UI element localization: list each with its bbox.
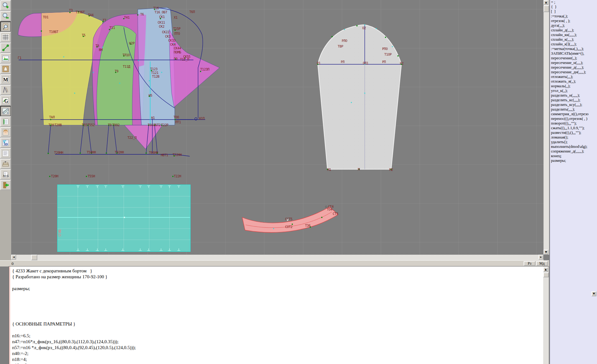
- zoom-out-tool-button[interactable]: [0, 11, 11, 21]
- point-label: Т992: [112, 123, 119, 127]
- command-item[interactable]: сжать((),,,1.1,0.9,"");: [550, 126, 597, 130]
- command-item[interactable]: симметрия_л((),отрезо: [550, 112, 597, 116]
- books-tool-button[interactable]: [0, 159, 11, 169]
- command-item[interactable]: поворот((),,,"");: [550, 121, 597, 126]
- letter-m-tool-button[interactable]: M: [0, 74, 11, 84]
- point-label: Т123П: [200, 67, 209, 71]
- alg-document-tool-button[interactable]: ALG: [0, 169, 11, 180]
- text-list-tool-button[interactable]: [0, 148, 11, 158]
- measure-tool-button[interactable]: [0, 43, 11, 53]
- canvas-vertical-scrollbar[interactable]: ▲ ▼: [544, 0, 549, 255]
- letter-g-tool-button[interactable]: G: [0, 95, 11, 106]
- drafting-tools-icon: [2, 86, 9, 94]
- command-item[interactable]: дуга(,,,);: [550, 23, 597, 28]
- canvas-vscroll-track[interactable]: [544, 0, 549, 255]
- program-text-editor[interactable]: { 4233 Жакет с декоративным бортом } { Р…: [9, 266, 549, 364]
- command-item[interactable]: пересечение_н(,,,,);: [550, 61, 597, 65]
- command-item[interactable]: сплайн_к[](,,,,);: [550, 42, 597, 47]
- panel-scroll-down-icon[interactable]: ▼: [591, 291, 596, 296]
- command-item[interactable]: разделить_ксу(,,,,);: [550, 102, 597, 107]
- canvas-hscroll-track[interactable]: [11, 255, 544, 260]
- command-item[interactable]: разделить(,,,,);: [550, 107, 597, 112]
- zoom-in-tool-button[interactable]: [0, 0, 11, 11]
- point-label: Т3: [69, 8, 73, 12]
- point-label: Т16: [153, 6, 159, 10]
- point-label: Т58НН: [87, 150, 96, 154]
- command-item[interactable]: конец;: [550, 154, 597, 158]
- measure-icon: [2, 44, 9, 52]
- command-item[interactable]: размеры;: [550, 158, 597, 163]
- command-item[interactable]: разделить_кс(,,,,);: [550, 98, 597, 102]
- drawing-canvas[interactable]: Т3Т39БТТ44ТО1Т7Т10БТТ5Т8ВНТ41Т11Т6Т16Т16…: [11, 0, 544, 255]
- command-item[interactable]: сопряжение_д(,,,,,,);: [550, 149, 597, 154]
- scroll-left-icon[interactable]: ◄: [11, 255, 16, 260]
- model-photo-tool-button[interactable]: [0, 127, 11, 137]
- status-bar: 0 Рз Мд: [0, 260, 549, 266]
- command-item[interactable]: удалить();: [550, 140, 597, 144]
- three-d-tool-button[interactable]: 3D: [0, 138, 11, 148]
- pattern-piece-lapel[interactable]: [169, 30, 220, 107]
- canvas-hscroll-thumb[interactable]: [31, 255, 37, 260]
- editor-scroll-up-icon[interactable]: ▲: [543, 267, 548, 272]
- point-label: СОТ2: [285, 225, 292, 229]
- command-item[interactable]: сплайн_д(,,,,);: [550, 28, 597, 33]
- command-item[interactable]: выполнить(dmod\alg);: [550, 144, 597, 149]
- command-item[interactable]: :=метка(точка(,),,,,);: [550, 47, 597, 51]
- svg-text:8: 8: [7, 112, 8, 114]
- point-label: СК1: [159, 15, 165, 19]
- command-item[interactable]: отложить(,,,);: [550, 75, 597, 79]
- editor-text[interactable]: { 4233 Жакет с декоративным бортом } { Р…: [9, 266, 549, 364]
- point-label: Р1: [317, 61, 321, 65]
- command-item[interactable]: сплайн_кк(,,,,,);: [550, 33, 597, 37]
- editor-vertical-scrollbar[interactable]: ▲: [543, 266, 549, 364]
- command-item[interactable]: отрезок( , );: [550, 19, 597, 23]
- grid-tool-button[interactable]: [0, 32, 11, 42]
- scroll-down-icon[interactable]: ▼: [544, 250, 548, 255]
- point-label: Т39БТ: [76, 10, 85, 14]
- rz-button[interactable]: Рз: [524, 261, 535, 266]
- ruler-sketch-tool-button[interactable]: 8: [0, 106, 11, 116]
- command-item[interactable]: ЗАПИСАТЬ(имя=(),: [550, 51, 597, 56]
- command-item[interactable]: разделить_н(,,,,,);: [550, 93, 597, 98]
- zoom-page-tool-button[interactable]: [0, 21, 11, 32]
- point-label: М1: [327, 168, 331, 171]
- command-item[interactable]: отложить_в(,,);: [550, 79, 597, 84]
- command-item[interactable]: пересечение_д(,,,,,);: [550, 65, 597, 70]
- command-item[interactable]: [ ]: [550, 9, 597, 14]
- table-tool-button[interactable]: [0, 116, 11, 127]
- pattern-piece-sleeve[interactable]: [318, 25, 401, 169]
- point-label: М2: [389, 168, 393, 171]
- command-item[interactable]: нормаль(,,);: [550, 84, 597, 89]
- canvas-vscroll-thumb[interactable]: [544, 5, 549, 12]
- command-item[interactable]: { }: [550, 5, 597, 9]
- exit-door-tool-button[interactable]: [0, 180, 11, 190]
- pattern-piece-band-on-fold[interactable]: [58, 185, 190, 252]
- scroll-right-icon[interactable]: ►: [539, 255, 544, 260]
- md-button[interactable]: Мд: [536, 261, 548, 266]
- point-label: ТО4: [327, 207, 332, 211]
- canvas-horizontal-scrollbar[interactable]: ◄ ►: [11, 255, 544, 260]
- editor-vscroll-thumb[interactable]: [543, 272, 549, 277]
- command-item[interactable]: перенос((),отрезок( , ): [550, 116, 597, 121]
- command-item[interactable]: = ;: [550, 0, 597, 5]
- point-label: СТ3: [333, 212, 338, 216]
- drafting-tools-tool-button[interactable]: [0, 85, 11, 95]
- command-item[interactable]: сплайн_к(,,,,);: [550, 37, 597, 42]
- svg-text:ALG: ALG: [3, 174, 9, 177]
- command-item[interactable]: пересечение_дн(,,,,,);: [550, 70, 597, 75]
- command-item[interactable]: пересечение(,,);: [550, 56, 597, 61]
- scroll-up-icon[interactable]: ▲: [544, 0, 548, 5]
- point-label: Т6: [140, 12, 144, 16]
- point-label: Т9: [108, 123, 112, 127]
- picture-tool-button[interactable]: [0, 53, 11, 63]
- command-item[interactable]: развести((),(),,,"");: [550, 130, 597, 135]
- command-item[interactable]: ломаная();: [550, 135, 597, 140]
- pattern-drawing[interactable]: Т3Т39БТТ44ТО1Т7Т10БТТ5Т8ВНТ41Т11Т6Т16Т16…: [11, 0, 544, 255]
- point-label: Т36: [305, 224, 311, 227]
- command-item[interactable]: :=точка(,);: [550, 14, 597, 19]
- pattern-piece-tool-button[interactable]: [0, 64, 11, 74]
- point-label: Т6П: [189, 10, 195, 14]
- command-item[interactable]: угол_к(,,);: [550, 89, 597, 93]
- editor-vscroll-track[interactable]: [543, 266, 549, 364]
- point-label: СК44: [174, 46, 181, 50]
